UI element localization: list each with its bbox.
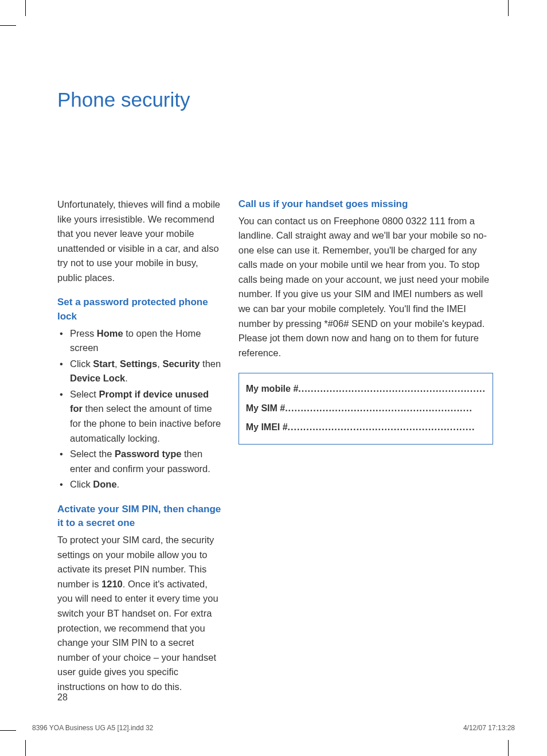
step-3: Select Prompt if device unused for then … [57, 387, 221, 446]
my-sim-row: My SIM # ...............................… [246, 399, 486, 418]
my-mobile-label: My mobile # [246, 379, 299, 399]
step-1: Press Home to open the Home screen [57, 326, 221, 356]
my-mobile-row: My mobile # ............................… [246, 379, 486, 399]
step-2: Click Start, Settings, Security then Dev… [57, 357, 221, 386]
footer: 8396 YOA Business UG A5 [12].indd 32 4/1… [32, 724, 515, 732]
my-imei-label: My IMEI # [246, 418, 288, 437]
intro-paragraph: Unfortunately, thieves will find a mobil… [57, 197, 221, 285]
section3-body: You can contact us on Freephone 0800 032… [239, 214, 493, 361]
info-box: My mobile # ............................… [239, 373, 493, 445]
step-4: Select the Password type then enter and … [57, 447, 221, 476]
my-imei-row: My IMEI # ..............................… [246, 418, 486, 437]
section3-heading: Call us if your handset goes missing [239, 197, 493, 212]
steps-list: Press Home to open the Home screen Click… [57, 326, 221, 492]
page-content: Phone security Unfortunately, thieves wi… [57, 88, 493, 704]
step-5: Click Done. [57, 477, 221, 492]
my-sim-label: My SIM # [246, 399, 285, 418]
left-column: Unfortunately, thieves will find a mobil… [57, 197, 221, 704]
footer-left: 8396 YOA Business UG A5 [12].indd 32 [32, 724, 153, 732]
section1-heading: Set a password protected phone lock [57, 295, 221, 324]
section2-heading: Activate your SIM PIN, then change it to… [57, 502, 221, 531]
columns-container: Unfortunately, thieves will find a mobil… [57, 197, 493, 704]
right-column: Call us if your handset goes missing You… [239, 197, 493, 704]
footer-right: 4/12/07 17:13:28 [463, 724, 515, 732]
page-number: 28 [57, 692, 68, 703]
page-title: Phone security [57, 88, 493, 111]
section2-body: To protect your SIM card, the security s… [57, 533, 221, 694]
